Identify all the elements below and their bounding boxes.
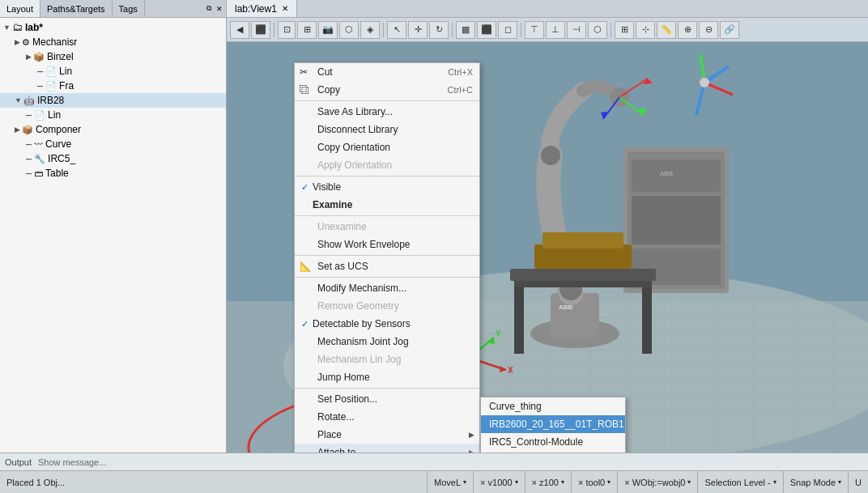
tree-item-lab[interactable]: ▼ 🗂 lab* — [0, 19, 226, 35]
status-tool[interactable]: × tool0 ▾ — [571, 471, 617, 494]
vp-btn-solid[interactable]: ⬛ — [477, 21, 496, 39]
vp-btn-back[interactable]: ◀ — [230, 21, 249, 39]
vp-btn-render[interactable]: ◈ — [360, 21, 380, 39]
ctx-modify-mechanism[interactable]: Modify Mechanism... — [295, 279, 479, 297]
vp-btn-measure[interactable]: 📏 — [657, 21, 676, 39]
status-movel[interactable]: MoveL ▾ — [427, 471, 473, 494]
vp-btn-camera[interactable]: 📷 — [318, 21, 338, 39]
submenu-irb2600[interactable]: IRB2600_20_165__01T_ROB1 — [481, 415, 625, 433]
vp-btn-view-front[interactable]: ⊥ — [546, 21, 565, 39]
vp-btn-extra2[interactable]: ⊖ — [699, 21, 718, 39]
ctx-unexamine: Unexamine — [295, 218, 479, 236]
vp-btn-view-iso[interactable]: ⬡ — [588, 21, 607, 39]
robot-cabinet: ABB — [623, 54, 733, 293]
vp-btn-forward[interactable]: ⬛ — [251, 21, 270, 39]
vp-btn-wire[interactable]: ▦ — [456, 21, 475, 39]
ctx-place[interactable]: Place ▶ — [295, 426, 479, 444]
ctx-show-work-envelope[interactable]: Show Work Envelope — [295, 236, 479, 253]
svg-line-44 — [696, 83, 704, 115]
ctx-attach-to[interactable]: Attach to ▶ — [295, 444, 479, 453]
vp-btn-grid[interactable]: ⊞ — [615, 21, 634, 39]
tree-item-mechanism[interactable]: ▶ ⚙ Mechanisr — [0, 35, 226, 49]
vp-btn-view-top[interactable]: ⊤ — [525, 21, 544, 39]
panel-tab-actions: ⧉ ✕ — [205, 0, 226, 17]
vp-btn-select[interactable]: ↖ — [387, 21, 406, 39]
tree-item-fra[interactable]: ─ 📄 Fra — [0, 79, 226, 93]
vp-sep-2 — [383, 23, 384, 37]
svg-rect-51 — [514, 281, 652, 287]
tree-item-lin2[interactable]: ─ 📄 Lin — [0, 108, 226, 122]
speed-arrow: ▾ — [515, 478, 518, 486]
tree-item-lin[interactable]: ─ 📄 Lin — [0, 64, 226, 79]
viewport-tab-close[interactable]: ✕ — [282, 4, 288, 13]
cut-icon: ✂ — [300, 66, 308, 78]
ctx-remove-geometry: Remove Geometry — [295, 297, 479, 315]
context-menu: ✂ Cut Ctrl+X ⿻ Copy Ctrl+C Save As Libra… — [294, 62, 480, 453]
ctx-mechanism-joint-jog[interactable]: Mechanism Joint Jog — [295, 333, 479, 351]
tree-item-irb28[interactable]: ▼ 🤖 IRB28 — [0, 93, 226, 108]
status-u[interactable]: U — [848, 471, 868, 494]
expand-lab[interactable]: ▼ — [3, 23, 11, 32]
tab-paths-targets[interactable]: Paths&Targets — [40, 0, 113, 17]
ctx-apply-orientation: Apply Orientation — [295, 156, 479, 174]
output-panel: Output Show message... — [0, 453, 868, 470]
vp-btn-axis[interactable]: ⊹ — [636, 21, 655, 39]
vp-btn-3d[interactable]: ⬡ — [339, 21, 359, 39]
movel-arrow: ▾ — [463, 478, 466, 486]
ctx-jump-home[interactable]: Jump Home — [295, 368, 479, 386]
svg-rect-53 — [542, 232, 623, 249]
attach-to-submenu: Curve_thing IRB2600_20_165__01T_ROB1 IRC… — [480, 397, 626, 453]
vp-btn-rotate-tool[interactable]: ↻ — [429, 21, 449, 39]
viewport[interactable]: lab:View1 ✕ ◀ ⬛ ⊡ ⊞ 📷 ⬡ ◈ ↖ ✛ ↻ ▦ ⬛ — [227, 0, 868, 453]
vp-btn-extra1[interactable]: ⊕ — [678, 21, 697, 39]
submenu-irc5-control[interactable]: IRC5_Control-Module — [481, 433, 625, 451]
vp-btn-zoom-extents[interactable]: ⊡ — [278, 21, 296, 39]
panel-float-btn[interactable]: ⧉ — [205, 4, 213, 13]
submenu-table[interactable]: Table — [481, 451, 625, 453]
tree-item-binzel[interactable]: ▶ 📦 Binzel — [0, 49, 226, 64]
svg-rect-39 — [632, 159, 721, 192]
tree-item-components[interactable]: ▶ 📦 Componer — [0, 122, 226, 137]
tree-item-curve[interactable]: ─ 〰 Curve — [0, 137, 226, 151]
status-wobj[interactable]: × WObj:=wobj0 ▾ — [617, 471, 697, 494]
ctx-examine[interactable]: Examine — [295, 196, 479, 214]
vp-btn-view-right[interactable]: ⊣ — [567, 21, 586, 39]
ctx-rotate[interactable]: Rotate... — [295, 408, 479, 426]
ctx-set-as-ucs[interactable]: 📐 Set as UCS — [295, 257, 479, 275]
svg-rect-48 — [510, 269, 656, 281]
ctx-copy[interactable]: ⿻ Copy Ctrl+C — [295, 81, 479, 99]
status-left-message: Placed 1 Obj... — [0, 478, 427, 487]
panel-close-btn[interactable]: ✕ — [215, 5, 224, 13]
output-label: Output — [5, 457, 32, 467]
ctx-cut[interactable]: ✂ Cut Ctrl+X — [295, 63, 479, 81]
tab-tags[interactable]: Tags — [113, 0, 145, 17]
status-bar: Placed 1 Obj... MoveL ▾ × v1000 ▾ × z100… — [0, 470, 868, 493]
ctx-sep-2 — [295, 176, 479, 176]
status-snap-mode[interactable]: Snap Mode ▾ — [783, 471, 848, 494]
content-area: Layout Paths&Targets Tags ⧉ ✕ ▼ 🗂 — [0, 0, 868, 453]
viewport-tab[interactable]: lab:View1 ✕ — [227, 0, 297, 17]
svg-point-47 — [700, 78, 709, 87]
vp-btn-move[interactable]: ✛ — [408, 21, 428, 39]
vp-btn-zoom-sel[interactable]: ⊞ — [297, 21, 317, 39]
status-zone[interactable]: × z100 ▾ — [525, 471, 571, 494]
tab-layout[interactable]: Layout — [0, 0, 40, 17]
ctx-detectable-by-sensors[interactable]: ✓ Detectable by Sensors — [295, 315, 479, 333]
vp-btn-transparent[interactable]: ◻ — [498, 21, 517, 39]
status-selection-level[interactable]: Selection Level - ▾ — [697, 471, 782, 494]
vp-sep-1 — [274, 23, 274, 37]
tree-item-table[interactable]: ─ 🗃 Table — [0, 166, 226, 181]
ctx-sep-4 — [295, 255, 479, 256]
svg-text:Y: Y — [496, 329, 501, 338]
status-speed[interactable]: × v1000 ▾ — [473, 471, 524, 494]
ctx-visible[interactable]: ✓ Visible — [295, 178, 479, 196]
vp-btn-extra3[interactable]: 🔗 — [720, 21, 739, 39]
tree-item-irc5[interactable]: ─ 🔧 IRC5_ — [0, 151, 226, 166]
viewport-tab-bar: lab:View1 ✕ — [227, 0, 868, 18]
ctx-disconnect-library[interactable]: Disconnect Library — [295, 121, 479, 138]
ctx-copy-orientation[interactable]: Copy Orientation — [295, 138, 479, 156]
ctx-set-position[interactable]: Set Position... — [295, 390, 479, 408]
vp-sep-4 — [521, 23, 521, 37]
ctx-save-as-library[interactable]: Save As Library... — [295, 103, 479, 121]
submenu-curve-thing[interactable]: Curve_thing — [481, 397, 625, 415]
